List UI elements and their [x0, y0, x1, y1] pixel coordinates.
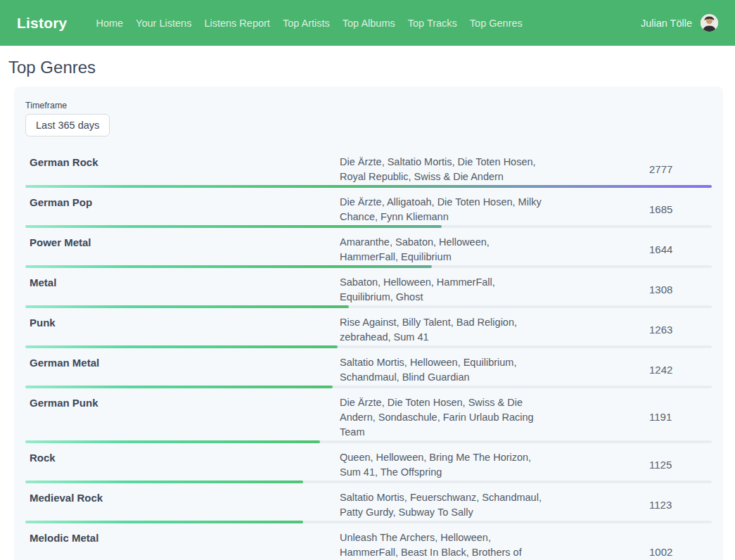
genre-bar-fill — [25, 265, 432, 268]
genre-listen-count: 1191 — [649, 409, 712, 424]
nav-link-top-genres[interactable]: Top Genres — [464, 13, 529, 33]
genre-row-grid: Medieval Rock Saltatio Mortis, Feuerschw… — [25, 489, 712, 520]
genre-name: Punk — [25, 314, 340, 330]
genre-listen-count: 1644 — [649, 242, 712, 257]
nav-link-top-tracks[interactable]: Top Tracks — [402, 13, 464, 33]
genre-bar-fill — [25, 345, 338, 348]
genre-row-grid: Melodic Metal Unleash The Archers, Hello… — [25, 529, 712, 560]
genre-bar-fill — [25, 305, 349, 308]
genre-name: German Punk — [25, 394, 340, 410]
genre-artist-list: Amaranthe, Sabaton, Helloween, HammerFal… — [340, 234, 544, 265]
genre-listen-count: 1125 — [649, 457, 712, 472]
genre-name: Melodic Metal — [25, 529, 340, 545]
genre-artist-list: Unleash The Archers, Helloween, HammerFa… — [340, 529, 544, 560]
genre-bar-track — [25, 265, 712, 268]
genre-bar-track — [25, 521, 712, 523]
genre-artist-list: Saltatio Mortis, Feuerschwanz, Schandmau… — [340, 489, 544, 520]
page-title: Top Genres — [8, 58, 727, 77]
genre-bar-fill — [25, 225, 442, 228]
table-row: Rock Queen, Helloween, Bring Me The Hori… — [25, 449, 712, 483]
genre-table: German Rock Die Ärzte, Saltatio Mortis, … — [25, 153, 712, 560]
genre-row-grid: Power Metal Amaranthe, Sabaton, Hellowee… — [25, 234, 712, 265]
genre-row-grid: German Pop Die Ärzte, Alligatoah, Die To… — [25, 193, 712, 224]
genre-bar-fill — [25, 386, 333, 388]
genre-bar-track — [25, 386, 712, 388]
genre-listen-count: 1685 — [649, 202, 712, 217]
genre-bar-fill — [25, 185, 712, 188]
table-row: Medieval Rock Saltatio Mortis, Feuerschw… — [25, 489, 712, 523]
genre-row-grid: Rock Queen, Helloween, Bring Me The Hori… — [25, 449, 712, 480]
timeframe-label: Timeframe — [25, 101, 712, 110]
nav-links: HomeYour ListensListens ReportTop Artist… — [89, 13, 528, 33]
genre-row-grid: German Rock Die Ärzte, Saltatio Mortis, … — [25, 153, 712, 184]
genre-name: Power Metal — [25, 234, 340, 250]
genre-name: German Metal — [25, 354, 340, 370]
table-row: German Punk Die Ärzte, Die Toten Hosen, … — [25, 394, 712, 443]
genre-artist-list: Die Ärzte, Saltatio Mortis, Die Toten Ho… — [340, 153, 544, 184]
genre-bar-track — [25, 440, 712, 443]
timeframe-select[interactable]: Last 365 days — [25, 114, 110, 136]
genre-listen-count: 1263 — [649, 322, 712, 337]
genre-listen-count: 1123 — [649, 497, 712, 512]
genre-listen-count: 1308 — [649, 282, 712, 297]
genre-artist-list: Queen, Helloween, Bring Me The Horizon, … — [340, 449, 544, 480]
nav-link-top-artists[interactable]: Top Artists — [276, 13, 336, 33]
page-content: Top Genres Timeframe Last 365 days Germa… — [0, 58, 735, 560]
genre-name: Rock — [25, 449, 340, 465]
genre-artist-list: Die Ärzte, Alligatoah, Die Toten Hosen, … — [340, 193, 544, 224]
genre-bar-track — [25, 345, 712, 348]
genre-bar-track — [25, 185, 712, 188]
genre-listen-count: 2777 — [649, 162, 712, 177]
genre-artist-list: Sabaton, Helloween, HammerFall, Equilibr… — [340, 274, 544, 305]
genre-bar-track — [25, 481, 712, 483]
avatar-photo-icon — [701, 14, 718, 32]
genre-bar-fill — [25, 481, 303, 483]
table-row: Power Metal Amaranthe, Sabaton, Hellowee… — [25, 234, 712, 268]
genre-listen-count: 1002 — [649, 545, 712, 559]
user-name: Julian Tölle — [641, 18, 692, 29]
table-row: Melodic Metal Unleash The Archers, Hello… — [25, 529, 712, 560]
brand-logo[interactable]: Listory — [17, 15, 67, 32]
genre-listen-count: 1242 — [649, 362, 712, 377]
nav-link-top-albums[interactable]: Top Albums — [336, 13, 402, 33]
genre-artist-list: Rise Against, Billy Talent, Bad Religion… — [340, 314, 544, 345]
genre-artist-list: Die Ärzte, Die Toten Hosen, Swiss & Die … — [340, 394, 544, 440]
genre-name: Medieval Rock — [25, 489, 340, 505]
table-row: German Metal Saltatio Mortis, Helloween,… — [25, 354, 712, 388]
nav-link-your-listens[interactable]: Your Listens — [129, 13, 198, 33]
genre-artist-list: Saltatio Mortis, Helloween, Equilibrium,… — [340, 354, 544, 385]
nav-link-home[interactable]: Home — [89, 13, 129, 33]
table-row: German Rock Die Ärzte, Saltatio Mortis, … — [25, 153, 712, 188]
genre-name: Metal — [25, 274, 340, 290]
table-row: Punk Rise Against, Billy Talent, Bad Rel… — [25, 314, 712, 348]
table-row: Metal Sabaton, Helloween, HammerFall, Eq… — [25, 274, 712, 308]
genre-name: German Rock — [25, 153, 340, 170]
genre-bar-fill — [25, 521, 303, 523]
top-navbar: Listory HomeYour ListensListens ReportTo… — [0, 0, 735, 46]
table-row: German Pop Die Ärzte, Alligatoah, Die To… — [25, 193, 712, 228]
genre-bar-fill — [25, 440, 320, 443]
genre-bar-track — [25, 305, 712, 308]
nav-link-listens-report[interactable]: Listens Report — [198, 13, 276, 33]
genre-row-grid: Metal Sabaton, Helloween, HammerFall, Eq… — [25, 274, 712, 305]
genre-row-grid: Punk Rise Against, Billy Talent, Bad Rel… — [25, 314, 712, 345]
genre-row-grid: German Metal Saltatio Mortis, Helloween,… — [25, 354, 712, 385]
user-box: Julian Tölle — [641, 14, 718, 32]
top-genres-card: Timeframe Last 365 days German Rock Die … — [14, 87, 723, 560]
genre-name: German Pop — [25, 193, 340, 210]
genre-bar-track — [25, 225, 712, 228]
user-avatar[interactable] — [701, 14, 718, 32]
genre-row-grid: German Punk Die Ärzte, Die Toten Hosen, … — [25, 394, 712, 440]
